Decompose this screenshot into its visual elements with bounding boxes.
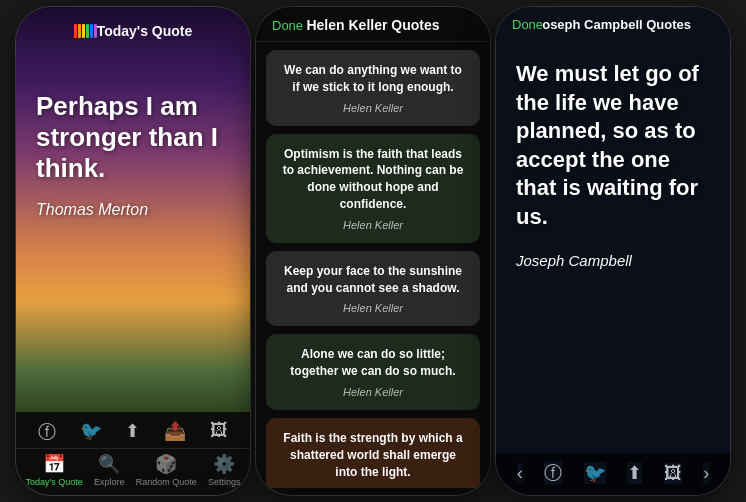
image-icon[interactable]: 🖼 (210, 420, 228, 444)
tab-random-quote[interactable]: 🎲 Random Quote (136, 453, 197, 487)
explore-icon: 🔍 (98, 453, 120, 475)
quote-card-1-author: Helen Keller (280, 102, 466, 114)
phone2-quotes-list: We can do anything we want to if we stic… (256, 42, 490, 488)
phone3-main-quote: We must let go of the life we have plann… (516, 60, 710, 232)
random-quote-icon: 🎲 (155, 453, 177, 475)
quote-card-1-text: We can do anything we want to if we stic… (280, 62, 466, 96)
twitter-icon[interactable]: 🐦 (80, 420, 102, 444)
phone2-done-button[interactable]: Done (272, 18, 303, 33)
explore-label: Explore (94, 477, 125, 487)
phone3-bottom-bar: ‹ ⓕ 🐦 ⬆ 🖼 › (496, 453, 730, 495)
phone3-twitter-icon[interactable]: 🐦 (584, 462, 606, 484)
phone1-author: Thomas Merton (36, 201, 230, 219)
quote-card-4[interactable]: Alone we can do so little; together we c… (266, 334, 480, 410)
phone1-icon-row: ⓕ 🐦 ⬆ 📤 🖼 (16, 412, 250, 449)
phone-2: Done Helen Keller Quotes We can do anyth… (255, 6, 491, 496)
phone3-facebook-icon[interactable]: ⓕ (544, 461, 562, 485)
share-icon[interactable]: ⬆ (125, 420, 140, 444)
todays-quote-label: Today's Quote (26, 477, 83, 487)
phone1-title: Today's Quote (97, 23, 193, 39)
tab-explore[interactable]: 🔍 Explore (94, 453, 125, 487)
quote-card-1[interactable]: We can do anything we want to if we stic… (266, 50, 480, 126)
export-icon[interactable]: 📤 (164, 420, 186, 444)
quote-card-3-text: Keep your face to the sunshine and you c… (280, 263, 466, 297)
phone3-image-icon[interactable]: 🖼 (664, 463, 682, 484)
quote-card-5-text: Faith is the strength by which a shatter… (280, 430, 466, 480)
quote-card-4-text: Alone we can do so little; together we c… (280, 346, 466, 380)
rainbow-icon (74, 24, 97, 38)
phone3-title: Joseph Campbell Quotes (535, 17, 691, 32)
chevron-right-icon[interactable]: › (703, 463, 709, 484)
phone1-status-bar: Today's Quote (16, 7, 250, 51)
phone3-quote-area: We must let go of the life we have plann… (496, 40, 730, 495)
phone3-share-icon[interactable]: ⬆ (627, 462, 642, 484)
tab-settings[interactable]: ⚙️ Settings (208, 453, 241, 487)
quote-card-2[interactable]: Optimism is the faith that leads to achi… (266, 134, 480, 243)
quote-card-4-author: Helen Keller (280, 386, 466, 398)
app-container: Today's Quote Perhaps I am stronger than… (0, 0, 746, 502)
phone1-bottom-bar: ⓕ 🐦 ⬆ 📤 🖼 📅 Today's Quote 🔍 Explore (16, 412, 250, 495)
chevron-left-icon[interactable]: ‹ (517, 463, 523, 484)
phone-1: Today's Quote Perhaps I am stronger than… (15, 6, 251, 496)
facebook-icon[interactable]: ⓕ (38, 420, 56, 444)
phone3-author: Joseph Campbell (516, 252, 710, 269)
quote-card-5[interactable]: Faith is the strength by which a shatter… (266, 418, 480, 488)
random-quote-label: Random Quote (136, 477, 197, 487)
phone-3: Done Joseph Campbell Quotes We must let … (495, 6, 731, 496)
quote-card-2-author: Helen Keller (280, 219, 466, 231)
settings-label: Settings (208, 477, 241, 487)
phone2-title: Helen Keller Quotes (306, 17, 439, 33)
phone1-main-quote: Perhaps I am stronger than I think. (36, 91, 230, 185)
quote-card-2-text: Optimism is the faith that leads to achi… (280, 146, 466, 213)
quote-card-5-author: Helen Keller (280, 486, 466, 488)
todays-quote-icon: 📅 (43, 453, 65, 475)
phone3-done-button[interactable]: Done (512, 17, 543, 32)
tab-todays-quote[interactable]: 📅 Today's Quote (26, 453, 83, 487)
phone3-header: Done Joseph Campbell Quotes (496, 7, 730, 40)
phone1-tab-bar: 📅 Today's Quote 🔍 Explore 🎲 Random Quote… (16, 449, 250, 495)
quote-card-3-author: Helen Keller (280, 302, 466, 314)
settings-icon: ⚙️ (213, 453, 235, 475)
phone2-header: Done Helen Keller Quotes (256, 7, 490, 42)
quote-card-3[interactable]: Keep your face to the sunshine and you c… (266, 251, 480, 327)
